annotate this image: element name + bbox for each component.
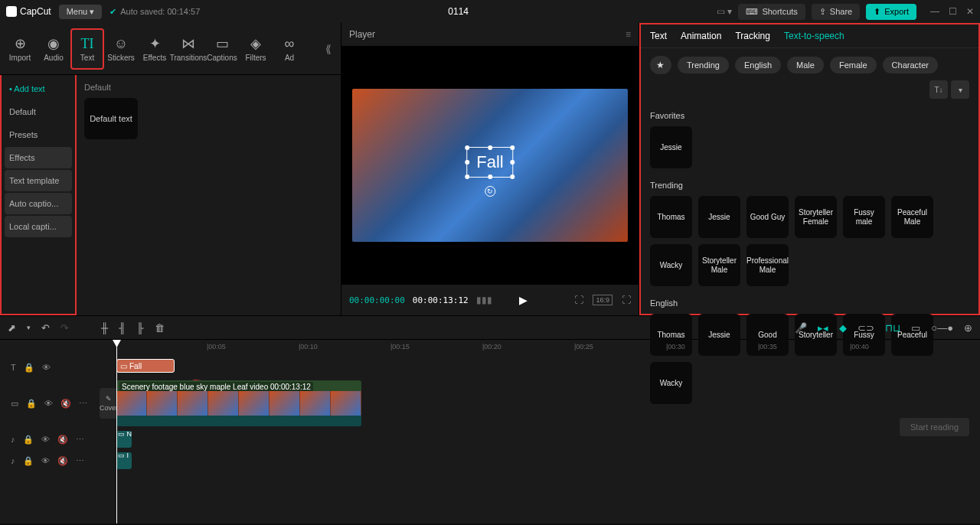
minimize-button[interactable]: —	[930, 6, 939, 17]
tab-tracking[interactable]: Tracking	[735, 24, 770, 47]
close-button[interactable]: ✕	[966, 6, 974, 17]
zoom-fit-icon[interactable]: ⊕	[964, 322, 972, 334]
player-menu-icon[interactable]: ≡	[626, 29, 631, 40]
favorites-heading: Favorites	[650, 111, 969, 120]
filter-character[interactable]: Character	[883, 57, 938, 73]
transitions-tab[interactable]: ⋈Transitions	[172, 28, 205, 70]
mic-icon[interactable]: 🎤	[795, 322, 807, 334]
audio-tab[interactable]: ◉Audio	[37, 28, 70, 70]
sidebar-default[interactable]: Default	[5, 101, 72, 122]
sidebar-text-template[interactable]: Text template	[5, 170, 72, 191]
sidebar-add-text[interactable]: Add text	[5, 78, 72, 99]
lock-icon[interactable]: 🔒	[26, 399, 37, 409]
app-logo: CapCut	[6, 6, 51, 17]
filters-tab[interactable]: ◈Filters	[239, 28, 273, 70]
text-clip[interactable]: ▭ Fall	[116, 359, 175, 373]
filter-favorites[interactable]: ★	[650, 56, 671, 74]
undo-button[interactable]: ↶	[41, 322, 50, 334]
pointer-menu[interactable]: ▾	[27, 324, 31, 331]
video-clip[interactable]: Scenery footage blue sky maple Leaf vide…	[116, 380, 361, 426]
visibility-icon[interactable]: 👁	[41, 456, 50, 465]
trim-left-button[interactable]: ╢	[119, 322, 126, 334]
shortcuts-button[interactable]: ⌨ Shortcuts	[738, 4, 805, 20]
mute-icon[interactable]: 🔇	[57, 456, 68, 466]
trim-right-button[interactable]: ╟	[136, 322, 143, 334]
sidebar-local-captions[interactable]: Local capti...	[5, 216, 72, 237]
zoom-slider[interactable]: ○—●	[931, 322, 953, 334]
snap-icon[interactable]: ⊓⊔	[885, 322, 900, 334]
share-button[interactable]: ⇪ Share	[812, 4, 860, 20]
captions-tab[interactable]: ▭Captions	[205, 28, 239, 70]
play-button[interactable]: ▶	[519, 294, 528, 306]
tab-animation[interactable]: Animation	[681, 24, 721, 47]
maximize-button[interactable]: ☐	[949, 6, 957, 17]
link-icon[interactable]: ⊂⊃	[858, 322, 874, 334]
english-heading: English	[650, 298, 969, 308]
layout-icon[interactable]: ▭ ▾	[717, 6, 732, 17]
delete-button[interactable]: 🗑	[155, 322, 165, 334]
autosave-status: ✔ Auto saved: 00:14:57	[109, 7, 200, 17]
audio-clip-2[interactable]: ▭ I	[116, 452, 132, 469]
pointer-tool[interactable]: ⬈	[8, 322, 16, 334]
fullscreen-icon[interactable]: ⛶	[622, 295, 631, 305]
more-icon[interactable]: ⋯	[76, 435, 84, 445]
filter-english[interactable]: English	[735, 57, 781, 73]
mute-icon[interactable]: 🔇	[60, 399, 71, 409]
rotate-handle[interactable]: ↻	[485, 186, 495, 197]
voice-peaceful-male[interactable]: Peaceful Male	[891, 196, 933, 238]
lock-icon[interactable]: 🔒	[23, 435, 34, 445]
voice-thomas[interactable]: Thomas	[650, 196, 692, 238]
voice-wacky[interactable]: Wacky	[650, 244, 692, 286]
preview-quality-icon[interactable]: ▮▮▮	[476, 295, 492, 305]
filter-trending[interactable]: Trending	[678, 57, 729, 73]
voice-jessie-fav[interactable]: Jessie	[650, 126, 692, 168]
magnet-icon[interactable]: ◆	[839, 322, 847, 334]
voice-jessie[interactable]: Jessie	[698, 196, 740, 238]
collapse-icon[interactable]: ⟪	[319, 43, 338, 55]
export-button[interactable]: ⬆ Export	[866, 4, 916, 20]
visibility-icon[interactable]: 👁	[44, 399, 53, 409]
ratio-button[interactable]: 16:9	[593, 295, 612, 305]
menu-button[interactable]: Menu ▾	[59, 5, 103, 19]
visibility-icon[interactable]: 👁	[41, 435, 50, 444]
import-tab[interactable]: ⊕Import	[3, 28, 37, 70]
scale-icon[interactable]: ⛶	[574, 295, 583, 305]
visibility-icon[interactable]: 👁	[42, 363, 51, 372]
voice-storyteller-male[interactable]: Storyteller Male	[698, 244, 740, 286]
audio-track-head-2: ♪ 🔒 👁 🔇 ⋯	[0, 450, 84, 471]
voice-good-guy[interactable]: Good Guy	[746, 196, 789, 238]
redo-button[interactable]: ↷	[60, 322, 69, 334]
ad-tab[interactable]: ∞Ad	[273, 28, 306, 70]
sidebar-auto-captions[interactable]: Auto captio...	[5, 193, 72, 214]
sort-button[interactable]: T↓	[929, 80, 948, 99]
split-button[interactable]: ╫	[101, 322, 108, 334]
text-overlay[interactable]: Fall ↻	[466, 147, 513, 178]
voice-storyteller-female[interactable]: Storyteller Female	[795, 196, 837, 238]
playhead[interactable]	[116, 340, 117, 523]
check-icon: ✔	[109, 7, 116, 17]
lock-icon[interactable]: 🔒	[23, 456, 34, 466]
text-track-icon: T	[11, 363, 16, 372]
default-text-thumb[interactable]: Default text	[84, 98, 138, 139]
sidebar-effects[interactable]: Effects	[5, 147, 72, 168]
mute-icon[interactable]: 🔇	[57, 435, 68, 445]
lock-icon[interactable]: 🔒	[24, 363, 34, 373]
audio-clip-1[interactable]: ▭ N	[116, 431, 132, 448]
tab-tts[interactable]: Text-to-speech	[784, 24, 844, 47]
more-icon[interactable]: ⋯	[76, 456, 84, 466]
time-ruler[interactable]: |00:05 |00:10 |00:15 |00:20 |00:25 |00:3…	[84, 340, 980, 357]
sort-menu-button[interactable]: ▾	[951, 80, 969, 99]
text-tab[interactable]: TIText	[70, 28, 104, 70]
tab-text[interactable]: Text	[650, 24, 667, 47]
preview-icon[interactable]: ▭	[911, 322, 920, 334]
player-canvas[interactable]: Fall ↻	[352, 89, 628, 242]
effects-tab[interactable]: ✦Effects	[138, 28, 172, 70]
magnet-start-icon[interactable]: ▸◂	[818, 322, 828, 334]
voice-fussy-male[interactable]: Fussy male	[843, 196, 885, 238]
filter-female[interactable]: Female	[830, 57, 877, 73]
video-track-head: ▭ 🔒 👁 🔇 ⋯ ✎ Cover	[0, 378, 84, 429]
stickers-tab[interactable]: ☺Stickers	[104, 28, 138, 70]
filter-male[interactable]: Male	[787, 57, 824, 73]
voice-professional-male[interactable]: Professional Male	[746, 244, 789, 286]
sidebar-presets[interactable]: Presets	[5, 124, 72, 145]
